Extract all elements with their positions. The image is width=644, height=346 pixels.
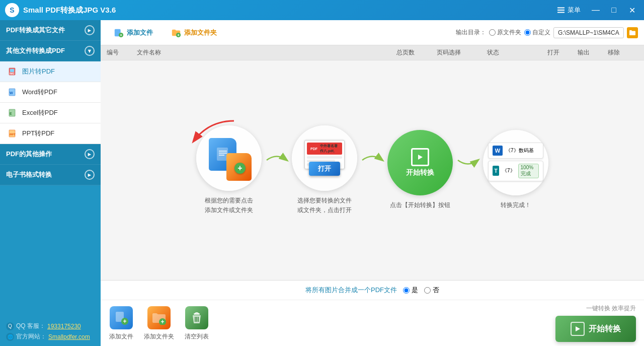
merge-option-bar: 将所有图片合并成一个PDF文件 是 否 bbox=[101, 281, 644, 300]
source-dir-label: 原文件夹 bbox=[497, 28, 521, 37]
sidebar-item0-label: 图片转PDF bbox=[22, 67, 55, 76]
start-btn-icon-box bbox=[571, 322, 585, 336]
svg-text:IMG: IMG bbox=[10, 72, 15, 75]
sidebar-item-img-to-pdf[interactable]: IMG 图片转PDF bbox=[0, 61, 101, 82]
web-icon: 🌐 bbox=[6, 333, 14, 341]
start-convert-button[interactable]: 开始转换 bbox=[555, 316, 636, 342]
qq-icon: Q bbox=[6, 322, 14, 330]
merge-no-text: 否 bbox=[433, 286, 439, 295]
merge-no-radio[interactable] bbox=[424, 287, 431, 294]
word-icon: W bbox=[493, 146, 503, 156]
sidebar-official-label: 官方网站： bbox=[16, 332, 46, 341]
ppt-pdf-icon: PPT bbox=[8, 128, 18, 139]
bottom-add-folder-icon: + bbox=[146, 305, 172, 330]
bottom-add-folder-btn[interactable]: + 添加文件夹 bbox=[144, 305, 174, 341]
maximize-button[interactable]: □ bbox=[607, 3, 621, 17]
step4-item1-label: 《7》数码基 bbox=[506, 147, 539, 154]
merge-yes-label[interactable]: 是 bbox=[403, 286, 418, 295]
sidebar: PDF转换成其它文件 ► 其他文件转换成PDF ▼ IMG 图片转PDF W bbox=[0, 20, 101, 346]
workflow-step3: 开始转换 点击【开始转换】按钮 bbox=[387, 130, 453, 210]
excel-pdf-icon: E bbox=[8, 108, 18, 118]
merge-no-label[interactable]: 否 bbox=[424, 286, 439, 295]
start-label: 开始转换 bbox=[406, 168, 434, 177]
workflow-step1: + 根据您的需要点击 添加文件或文件夹 bbox=[196, 125, 262, 215]
source-dir-radio-label[interactable]: 原文件夹 bbox=[489, 28, 521, 37]
sidebar-section-other-to-pdf[interactable]: 其他文件转换成PDF ▼ bbox=[0, 41, 101, 61]
sidebar-qq-section: Q QQ 客服： 1933175230 bbox=[6, 322, 95, 330]
main-layout: PDF转换成其它文件 ► 其他文件转换成PDF ▼ IMG 图片转PDF W bbox=[0, 20, 644, 346]
add-folder-button[interactable]: + 添加文件夹 bbox=[164, 25, 224, 41]
minimize-button[interactable]: — bbox=[589, 3, 603, 17]
arrow3 bbox=[453, 150, 483, 190]
step4-item2-label: 《7》 bbox=[502, 167, 515, 174]
step1-desc: 根据您的需要点击 添加文件或文件夹 bbox=[205, 196, 253, 215]
open-button[interactable]: 打开 bbox=[309, 162, 340, 176]
add-file-label: 添加文件 bbox=[127, 28, 153, 37]
svg-marker-35 bbox=[576, 326, 580, 331]
col-header-status: 状态 bbox=[487, 48, 547, 57]
img-pdf-icon: IMG bbox=[8, 66, 18, 77]
sidebar-item-excel-to-pdf[interactable]: E Excel转PDF bbox=[0, 103, 101, 123]
step4-desc: 转换完成！ bbox=[501, 200, 531, 210]
svg-rect-2 bbox=[557, 12, 565, 13]
col-header-name: 文件名称 bbox=[137, 48, 396, 57]
sidebar-official-section: 🌐 官方网站： Smallpdfer.com bbox=[6, 332, 95, 341]
menu-button[interactable]: 菜单 bbox=[556, 6, 581, 15]
svg-text:PPT: PPT bbox=[10, 133, 16, 136]
sidebar-item-word-to-pdf[interactable]: W Word转PDF bbox=[0, 82, 101, 103]
start-play-icon bbox=[411, 148, 429, 166]
arrow2 bbox=[357, 150, 387, 190]
plus-badge-icon: + bbox=[234, 163, 246, 174]
merge-yes-text: 是 bbox=[412, 286, 418, 295]
app-title: Small PDF转换成JPG V3.6 bbox=[23, 6, 556, 15]
add-file-button[interactable]: + 添加文件 bbox=[107, 25, 160, 41]
sidebar-section1-label: PDF转换成其它文件 bbox=[6, 26, 65, 35]
add-folder-icon: + bbox=[171, 28, 181, 38]
progress-badge: 100% 完成 bbox=[518, 164, 539, 178]
workflow-step2: PDF 中外著名著作八.pdf, 打开 选择您要转换的文件 或文件夹，点击打开 bbox=[292, 125, 357, 215]
template-icon: T bbox=[493, 166, 499, 176]
bottom-right-section: 一键转换 效率提升 开始转换 bbox=[555, 304, 636, 342]
browse-folder-button[interactable] bbox=[627, 27, 638, 38]
sidebar-qq-link[interactable]: 1933175230 bbox=[47, 323, 81, 330]
svg-text:+: + bbox=[120, 33, 122, 37]
output-path-input[interactable] bbox=[553, 27, 624, 38]
workflow-area: + 根据您的需要点击 添加文件或文件夹 bbox=[101, 60, 644, 280]
svg-text:E: E bbox=[10, 112, 12, 115]
pdf-preview-header: PDF 中外著名著作八.pdf, bbox=[307, 143, 342, 155]
window-controls: — □ ✕ bbox=[589, 3, 639, 17]
merge-yes-radio[interactable] bbox=[403, 287, 410, 294]
col-header-output: 输出 bbox=[578, 48, 608, 57]
svg-text:+: + bbox=[177, 33, 180, 37]
add-folder-icon-bg: + bbox=[147, 306, 171, 329]
step3-desc: 点击【开始转换】按钮 bbox=[390, 200, 450, 210]
step4-item2: T 《7》 100% 完成 bbox=[488, 161, 543, 181]
sidebar-section-pdf-other-ops[interactable]: PDF的其他操作 ► bbox=[0, 144, 101, 165]
section3-arrow-icon: ► bbox=[85, 149, 95, 159]
step1-circle: + bbox=[196, 125, 262, 191]
svg-text:+: + bbox=[161, 318, 165, 325]
svg-marker-24 bbox=[418, 155, 423, 160]
toolbar: + 添加文件 + 添加文件夹 输出目录： bbox=[101, 20, 644, 45]
bottom-add-file-btn[interactable]: + 添加文件 bbox=[109, 305, 134, 341]
sidebar-section-ebook[interactable]: 电子书格式转换 ► bbox=[0, 165, 101, 185]
col-header-remove: 移除 bbox=[608, 48, 638, 57]
output-dir-section: 输出目录： 原文件夹 自定义 bbox=[456, 27, 638, 38]
content-area: + 添加文件 + 添加文件夹 输出目录： bbox=[101, 20, 644, 346]
source-dir-radio[interactable] bbox=[489, 29, 496, 36]
sidebar-item1-label: Word转PDF bbox=[22, 88, 57, 97]
step2-circle: PDF 中外著名著作八.pdf, 打开 bbox=[292, 125, 357, 191]
col-header-pages: 总页数 bbox=[396, 48, 437, 57]
sidebar-section4-label: 电子书格式转换 bbox=[6, 170, 52, 179]
section2-arrow-icon: ▼ bbox=[85, 46, 95, 56]
sidebar-official-link[interactable]: Smallpdfer.com bbox=[48, 333, 90, 340]
sidebar-section-pdf-to-other[interactable]: PDF转换成其它文件 ► bbox=[0, 20, 101, 41]
start-convert-circle[interactable]: 开始转换 bbox=[387, 130, 453, 195]
custom-dir-radio[interactable] bbox=[524, 29, 531, 36]
svg-text:W: W bbox=[10, 91, 13, 95]
custom-dir-radio-label[interactable]: 自定义 bbox=[524, 28, 550, 37]
close-button[interactable]: ✕ bbox=[625, 3, 639, 17]
bottom-clear-btn[interactable]: 清空列表 bbox=[184, 305, 209, 341]
sidebar-item-ppt-to-pdf[interactable]: PPT PPT转PDF bbox=[0, 123, 101, 144]
sidebar-item2-label: Excel转PDF bbox=[22, 108, 58, 117]
